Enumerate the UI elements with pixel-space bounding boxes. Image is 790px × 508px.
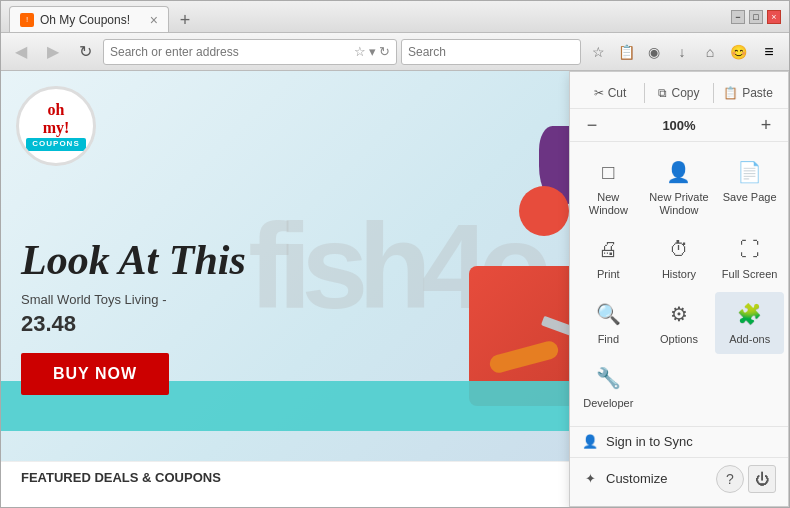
window-controls: − □ × (731, 10, 781, 24)
zoom-out-button[interactable]: − (580, 113, 604, 137)
download-icon[interactable]: ↓ (669, 39, 695, 65)
new-window-label: New Window (578, 191, 639, 217)
reading-list-icon[interactable]: 📋 (613, 39, 639, 65)
nav-icons: ☆ 📋 ◉ ↓ ⌂ 😊 (585, 39, 751, 65)
browser-window: ! Oh My Coupons! × + − □ × ◀ ▶ ↻ ☆ ▾ ↻ (0, 0, 790, 508)
new-window-item[interactable]: □ New Window (574, 150, 643, 225)
navigation-bar: ◀ ▶ ↻ ☆ ▾ ↻ ☆ 📋 ◉ ↓ ⌂ 😊 ≡ (1, 33, 789, 71)
new-window-icon: □ (592, 158, 624, 186)
featured-label: FEATURED DEALS & COUPONS (21, 470, 221, 485)
paste-button[interactable]: 📋 Paste (714, 82, 782, 104)
save-page-label: Save Page (723, 191, 777, 204)
print-icon: 🖨 (592, 235, 624, 263)
customize-item[interactable]: ✦ Customize ? ⏻ (570, 458, 788, 500)
find-label: Find (598, 333, 619, 346)
hero-subtitle: Small World Toys Living - (21, 292, 351, 307)
paste-label: Paste (742, 86, 773, 100)
cut-label: Cut (608, 86, 627, 100)
dropdown-arrow-icon[interactable]: ▾ (369, 44, 376, 59)
paste-icon: 📋 (723, 86, 738, 100)
fullscreen-item[interactable]: ⛶ Full Screen (715, 227, 784, 289)
cut-icon: ✂ (594, 86, 604, 100)
help-button[interactable]: ? (716, 465, 744, 493)
minimize-button[interactable]: − (731, 10, 745, 24)
history-label: History (662, 268, 696, 281)
addons-icon: 🧩 (734, 300, 766, 328)
search-bar[interactable] (401, 39, 581, 65)
address-bar-icons: ☆ ▾ ↻ (354, 44, 390, 59)
history-icon: ⏱ (663, 235, 695, 263)
back-button[interactable]: ◀ (7, 38, 35, 66)
developer-item[interactable]: 🔧 Developer (574, 356, 643, 418)
content-area: fish4o oh my! COUPONS Look (1, 71, 789, 507)
fullscreen-label: Full Screen (722, 268, 778, 281)
find-icon: 🔍 (592, 300, 624, 328)
title-bar: ! Oh My Coupons! × + − □ × (1, 1, 789, 33)
new-private-label: New Private Window (649, 191, 710, 217)
options-item[interactable]: ⚙ Options (645, 292, 714, 354)
save-page-icon: 📄 (734, 158, 766, 186)
buy-now-button[interactable]: BUY NOW (21, 353, 169, 395)
hamburger-menu-button[interactable]: ≡ (755, 38, 783, 66)
avatar-icon[interactable]: 😊 (725, 39, 751, 65)
close-button[interactable]: × (767, 10, 781, 24)
developer-label: Developer (583, 397, 633, 410)
tab-bar: ! Oh My Coupons! × + (9, 1, 723, 32)
dropdown-menu: ✂ Cut ⧉ Copy 📋 Paste − 100% + (569, 71, 789, 507)
hero-title: Look At This (21, 237, 351, 283)
tab-close-button[interactable]: × (150, 12, 158, 28)
tab-favicon: ! (20, 13, 34, 27)
menu-grid: □ New Window 👤 New Private Window 📄 Save… (570, 142, 788, 427)
tab-title: Oh My Coupons! (40, 13, 130, 27)
sign-in-icon: 👤 (582, 434, 598, 450)
print-item[interactable]: 🖨 Print (574, 227, 643, 289)
sign-in-label: Sign in to Sync (606, 434, 693, 449)
hero-text-area: Look At This Small World Toys Living - 2… (1, 107, 381, 424)
refresh-small-icon[interactable]: ↻ (379, 44, 390, 59)
hero-price: 23.48 (21, 311, 351, 337)
customize-label: Customize (606, 471, 667, 486)
customize-icon: ✦ (582, 471, 598, 487)
pocket-icon[interactable]: ◉ (641, 39, 667, 65)
bookmark-star-icon[interactable]: ☆ (354, 44, 366, 59)
refresh-button[interactable]: ↻ (71, 38, 99, 66)
maximize-button[interactable]: □ (749, 10, 763, 24)
developer-icon: 🔧 (592, 364, 624, 392)
sign-in-sync-item[interactable]: 👤 Sign in to Sync (570, 427, 788, 458)
options-icon: ⚙ (663, 300, 695, 328)
new-tab-button[interactable]: + (173, 8, 197, 32)
options-label: Options (660, 333, 698, 346)
fullscreen-icon: ⛶ (734, 235, 766, 263)
edit-row: ✂ Cut ⧉ Copy 📋 Paste (570, 78, 788, 109)
copy-label: Copy (671, 86, 699, 100)
copy-icon: ⧉ (658, 86, 667, 100)
history-item[interactable]: ⏱ History (645, 227, 714, 289)
home-icon[interactable]: ⌂ (697, 39, 723, 65)
copy-button[interactable]: ⧉ Copy (645, 82, 713, 104)
cut-button[interactable]: ✂ Cut (576, 82, 644, 104)
new-private-icon: 👤 (663, 158, 695, 186)
zoom-in-button[interactable]: + (754, 113, 778, 137)
bookmark-icon[interactable]: ☆ (585, 39, 611, 65)
addons-label: Add-ons (729, 333, 770, 346)
zoom-value: 100% (662, 118, 695, 133)
print-label: Print (597, 268, 620, 281)
zoom-row: − 100% + (570, 109, 788, 142)
new-private-window-item[interactable]: 👤 New Private Window (645, 150, 714, 225)
power-button[interactable]: ⏻ (748, 465, 776, 493)
find-item[interactable]: 🔍 Find (574, 292, 643, 354)
address-input[interactable] (110, 45, 350, 59)
addons-item[interactable]: 🧩 Add-ons (715, 292, 784, 354)
tomato-shape (519, 186, 569, 236)
forward-button[interactable]: ▶ (39, 38, 67, 66)
search-input[interactable] (408, 45, 574, 59)
address-bar[interactable]: ☆ ▾ ↻ (103, 39, 397, 65)
active-tab[interactable]: ! Oh My Coupons! × (9, 6, 169, 32)
save-page-item[interactable]: 📄 Save Page (715, 150, 784, 225)
